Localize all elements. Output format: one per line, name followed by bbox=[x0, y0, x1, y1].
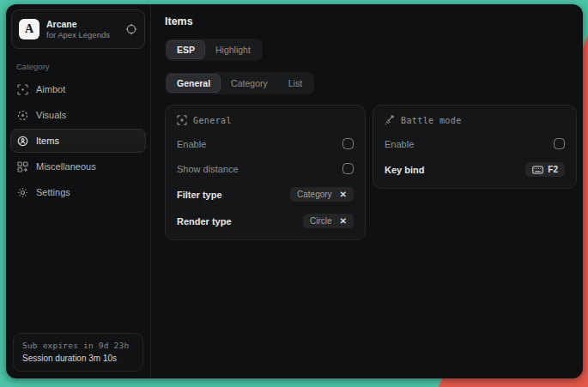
page-title: Items bbox=[165, 15, 577, 27]
show-distance-checkbox[interactable] bbox=[342, 163, 354, 174]
setting-row-render-type: Render type Circle ✕ bbox=[177, 214, 354, 228]
target-icon[interactable] bbox=[125, 23, 137, 35]
app-name: Arcane bbox=[46, 19, 118, 29]
sidebar-item-label: Miscellaneous bbox=[36, 161, 96, 172]
keybind-button[interactable]: F2 bbox=[525, 162, 565, 177]
tab-esp[interactable]: ESP bbox=[167, 40, 205, 59]
setting-label: Render type bbox=[177, 216, 232, 227]
setting-row-enable: Enable bbox=[177, 137, 354, 150]
panel-title: General bbox=[193, 116, 232, 125]
sidebar-item-aimbot[interactable]: Aimbot bbox=[10, 77, 146, 101]
sidebar-item-visuals[interactable]: Visuals bbox=[10, 103, 146, 127]
render-type-value: Circle bbox=[310, 216, 332, 226]
setting-label: Enable bbox=[385, 139, 414, 149]
person-circle-icon bbox=[17, 136, 28, 147]
setting-label: Enable bbox=[177, 139, 206, 149]
main-content: Items ESP Highlight General Category Lis… bbox=[151, 4, 588, 378]
sidebar-item-items[interactable]: Items bbox=[10, 129, 146, 153]
remove-render-icon[interactable]: ✕ bbox=[340, 217, 347, 226]
setting-row-show-distance: Show distance bbox=[177, 162, 354, 175]
sidebar-nav: Aimbot Visuals bbox=[6, 76, 150, 205]
scan-crosshair-icon bbox=[177, 115, 187, 125]
tab-category[interactable]: Category bbox=[221, 74, 278, 93]
subscription-card: Sub expires in 9d 23h Session duration 3… bbox=[13, 333, 143, 372]
view-tab-group: General Category List bbox=[165, 72, 314, 94]
battle-enable-checkbox[interactable] bbox=[554, 138, 565, 149]
battle-mode-panel: Battle mode Enable Key bind bbox=[373, 105, 577, 189]
sidebar-item-miscellaneous[interactable]: Miscellaneous bbox=[10, 154, 146, 178]
app-logo: A bbox=[19, 19, 39, 39]
general-panel-header: General bbox=[177, 115, 354, 125]
sidebar-section-label: Category bbox=[16, 62, 150, 71]
tab-highlight[interactable]: Highlight bbox=[205, 40, 261, 59]
panel-title: Battle mode bbox=[401, 116, 462, 125]
focus-icon bbox=[17, 110, 28, 121]
sidebar-item-label: Visuals bbox=[36, 110, 66, 120]
mode-tab-group: ESP Highlight bbox=[165, 39, 263, 61]
sidebar-spacer bbox=[6, 205, 150, 326]
setting-row-enable: Enable bbox=[385, 137, 565, 150]
setting-label: Show distance bbox=[177, 164, 239, 174]
keybind-value: F2 bbox=[548, 165, 558, 174]
render-type-select[interactable]: Circle ✕ bbox=[303, 214, 354, 228]
sidebar-item-label: Settings bbox=[36, 187, 70, 197]
setting-row-filter-type: Filter type Category ✕ bbox=[177, 187, 354, 202]
gear-icon bbox=[17, 187, 28, 198]
filter-type-select[interactable]: Category ✕ bbox=[290, 187, 354, 202]
sidebar-item-label: Items bbox=[36, 136, 59, 146]
enable-checkbox[interactable] bbox=[342, 138, 354, 149]
setting-row-key-bind: Key bind F2 bbox=[385, 162, 565, 177]
grid-icon bbox=[17, 161, 28, 172]
setting-label: Key bind bbox=[385, 165, 424, 175]
battle-mode-panel-header: Battle mode bbox=[385, 115, 565, 125]
sidebar-item-label: Aimbot bbox=[36, 84, 65, 94]
session-duration-text: Session duration 3m 10s bbox=[22, 354, 134, 363]
sub-expires-text: Sub expires in 9d 23h bbox=[22, 341, 134, 350]
brand-card: A Arcane for Apex Legends bbox=[11, 9, 145, 49]
tab-list[interactable]: List bbox=[278, 74, 312, 93]
keyboard-icon bbox=[532, 166, 543, 174]
general-panel: General Enable Show distance Filter type… bbox=[165, 105, 366, 240]
crosshair-icon bbox=[17, 84, 28, 95]
tab-general[interactable]: General bbox=[167, 74, 221, 93]
remove-filter-icon[interactable]: ✕ bbox=[340, 190, 347, 199]
brand-text: Arcane for Apex Legends bbox=[46, 19, 118, 40]
sidebar-item-settings[interactable]: Settings bbox=[10, 180, 146, 204]
app-window: A Arcane for Apex Legends Category bbox=[6, 4, 583, 378]
sidebar: A Arcane for Apex Legends Category bbox=[6, 4, 151, 378]
sword-icon bbox=[385, 115, 395, 125]
setting-label: Filter type bbox=[177, 190, 222, 200]
panels-row: General Enable Show distance Filter type… bbox=[165, 105, 577, 240]
filter-type-value: Category bbox=[297, 190, 332, 199]
app-subtitle: for Apex Legends bbox=[46, 30, 118, 40]
